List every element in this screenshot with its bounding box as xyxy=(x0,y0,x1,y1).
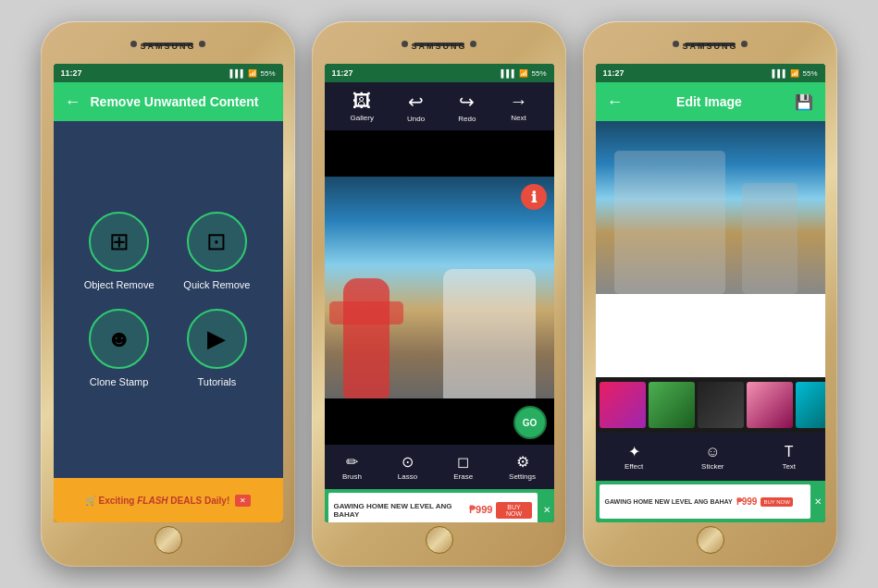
p2-ad-text: GAWING HOME NEW LEVEL ANG BAHAY xyxy=(334,502,466,519)
p3-save-button[interactable]: 💾 xyxy=(795,93,813,111)
p3-thumb-5[interactable] xyxy=(796,382,825,428)
info-badge[interactable]: ℹ xyxy=(521,184,547,210)
p3-buy-now-button[interactable]: BUY NOW xyxy=(761,497,793,507)
couple-silhouette-p2 xyxy=(443,269,536,398)
next-icon: → xyxy=(509,91,527,112)
erase-label: Erase xyxy=(453,472,473,481)
p1-ad-cta[interactable]: ✕ xyxy=(235,495,251,507)
p2-black-top xyxy=(325,130,554,177)
p2-redo-button[interactable]: ↪ Redo xyxy=(458,91,476,123)
settings-icon: ⚙ xyxy=(516,453,529,471)
p3-ad-banner[interactable]: GAWING HOME NEW LEVEL ANG BAHAY ₱999 BUY… xyxy=(596,481,825,522)
p2-top-toolbar: 🖼 Gallery ↩ Undo ↪ Redo → Next xyxy=(325,82,554,130)
p3-effect-button[interactable]: ✦ Effect xyxy=(624,443,643,471)
signal-icon-2: ▌▌▌ xyxy=(501,69,516,78)
wifi-icon-3: 📶 xyxy=(790,69,799,78)
camera-dot-2-left xyxy=(402,41,408,47)
p1-object-remove-icon-circle: ⊞ xyxy=(89,212,149,272)
text-label: Text xyxy=(782,462,796,471)
p1-back-button[interactable]: ← xyxy=(65,92,81,112)
p3-page-title: Edit Image xyxy=(676,94,742,109)
settings-label: Settings xyxy=(509,472,536,481)
quick-remove-icon: ⊡ xyxy=(206,227,227,256)
phone-2: SAMSUNG 11:27 ▌▌▌ 📶 55% 🖼 Gallery ↩ xyxy=(312,21,566,567)
status-icons-2: ▌▌▌ 📶 55% xyxy=(501,69,546,78)
p1-header: ← Remove Unwanted Content xyxy=(54,82,283,121)
status-time-3: 11:27 xyxy=(603,68,624,78)
go-button[interactable]: GO xyxy=(513,406,547,439)
p2-undo-button[interactable]: ↩ Undo xyxy=(407,91,425,123)
lasso-icon: ⊙ xyxy=(402,453,414,471)
camera-dot-2-right xyxy=(470,41,476,47)
p2-photo: ℹ xyxy=(325,177,554,398)
phone-1-bottom xyxy=(50,526,286,554)
camera-dot-3-left xyxy=(673,41,679,47)
p2-next-button[interactable]: → Next xyxy=(509,91,527,122)
p2-image-area: ℹ xyxy=(325,177,554,398)
p2-brush-button[interactable]: ✏ Brush xyxy=(342,453,362,481)
next-label: Next xyxy=(511,114,526,122)
p3-header: ← Edit Image 💾 xyxy=(596,82,825,121)
signal-icon-3: ▌▌▌ xyxy=(772,69,787,78)
p1-clone-stamp-item[interactable]: ☻ Clone Stamp xyxy=(84,309,155,387)
p3-sticker-button[interactable]: ☺ Sticker xyxy=(701,444,723,471)
p3-thumb-3[interactable] xyxy=(698,382,744,428)
phone-2-bottom xyxy=(321,526,557,554)
sticker-label: Sticker xyxy=(701,462,723,471)
camera-dot-right xyxy=(199,41,205,47)
p3-text-button[interactable]: T Text xyxy=(782,444,796,471)
gallery-label: Gallery xyxy=(351,114,374,122)
p3-bottom-bar: ✦ Effect ☺ Sticker T Text xyxy=(596,433,825,481)
wifi-icon-1: 📶 xyxy=(248,69,257,78)
gallery-icon: 🖼 xyxy=(352,91,371,112)
p2-settings-button[interactable]: ⚙ Settings xyxy=(509,453,536,481)
p3-thumb-4[interactable] xyxy=(747,382,793,428)
wifi-icon-2: 📶 xyxy=(519,69,528,78)
p3-thumb-2[interactable] xyxy=(649,382,695,428)
status-bar-2: 11:27 ▌▌▌ 📶 55% xyxy=(325,64,554,82)
p1-clone-stamp-label: Clone Stamp xyxy=(90,376,149,387)
p3-couple-silhouette xyxy=(614,151,725,294)
p1-tutorials-label: Tutorials xyxy=(198,376,237,387)
p1-ad-banner[interactable]: 🛒 Exciting FLASH DEALS Daily! ✕ xyxy=(54,478,283,522)
battery-icon-2: 55% xyxy=(531,69,546,78)
p3-back-button[interactable]: ← xyxy=(607,92,624,112)
text-icon: T xyxy=(785,444,794,460)
p2-ad-close[interactable]: ✕ xyxy=(543,505,550,515)
p1-quick-remove-item[interactable]: ⊡ Quick Remove xyxy=(182,212,253,290)
p1-page-title: Remove Unwanted Content xyxy=(91,94,259,109)
brand-label-3: SAMSUNG xyxy=(682,42,737,51)
erase-icon: ◻ xyxy=(457,453,469,471)
p1-object-remove-item[interactable]: ⊞ Object Remove xyxy=(84,212,155,290)
brush-label: Brush xyxy=(342,472,362,481)
p3-ad-price: ₱999 xyxy=(736,496,758,507)
p3-ad-close[interactable]: ✕ xyxy=(814,496,822,507)
p2-buy-now-button[interactable]: BUY NOW xyxy=(496,502,531,519)
p2-ad-banner[interactable]: GAWING HOME NEW LEVEL ANG BAHAY ₱999 BUY… xyxy=(325,489,554,522)
signal-icon-1: ▌▌▌ xyxy=(229,69,245,78)
object-remove-icon: ⊞ xyxy=(109,227,130,256)
p3-person-silhouette xyxy=(742,183,798,294)
p3-thumb-1[interactable] xyxy=(600,382,646,428)
home-button-2[interactable] xyxy=(426,526,453,554)
p3-photo xyxy=(596,121,825,294)
p2-gallery-button[interactable]: 🖼 Gallery xyxy=(351,91,374,122)
home-button-3[interactable] xyxy=(697,526,724,554)
home-button-1[interactable] xyxy=(155,526,182,554)
clone-stamp-icon: ☻ xyxy=(106,325,131,353)
sticker-icon: ☺ xyxy=(705,444,720,460)
camera-dot-3-right xyxy=(741,41,748,47)
effect-icon: ✦ xyxy=(628,443,640,460)
p1-content: ⊞ Object Remove ⊡ Quick Remove xyxy=(54,121,283,478)
p1-tutorials-item[interactable]: ▶ Tutorials xyxy=(182,309,253,387)
battery-icon-3: 55% xyxy=(802,69,817,78)
effect-label: Effect xyxy=(624,462,643,471)
p3-ad-inner: GAWING HOME NEW LEVEL ANG BAHAY ₱999 BUY… xyxy=(600,484,810,519)
p2-erase-button[interactable]: ◻ Erase xyxy=(453,453,473,481)
p1-menu-grid: ⊞ Object Remove ⊡ Quick Remove xyxy=(66,193,271,406)
status-bar-1: 11:27 ▌▌▌ 📶 55% xyxy=(54,64,283,82)
redo-label: Redo xyxy=(458,115,476,123)
status-time-1: 11:27 xyxy=(61,68,82,78)
p2-lasso-button[interactable]: ⊙ Lasso xyxy=(398,453,417,481)
phone-3-bottom xyxy=(592,526,828,554)
